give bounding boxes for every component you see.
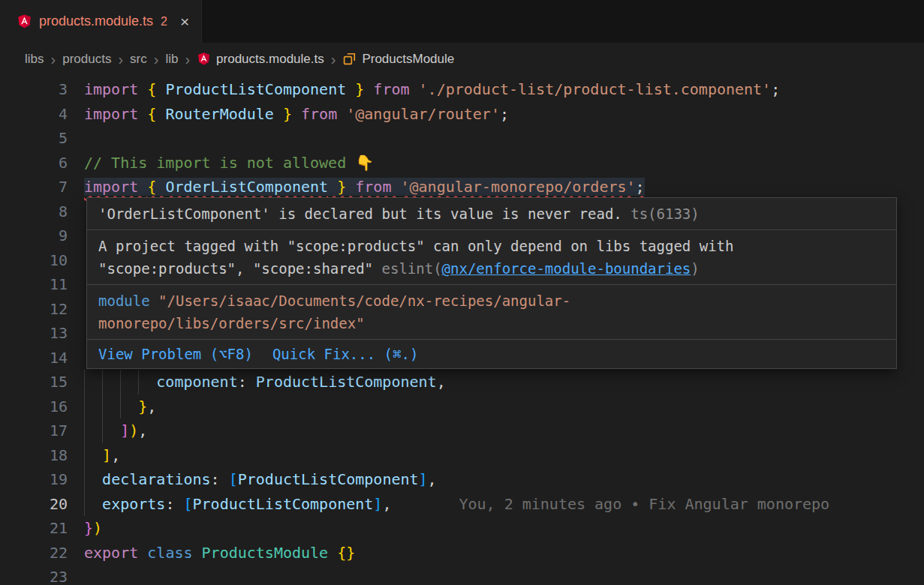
code-token <box>84 495 102 513</box>
line-number[interactable]: 20 <box>0 492 84 517</box>
breadcrumb-item-products[interactable]: products <box>62 52 111 67</box>
code-line[interactable]: 3import { ProductListComponent } from '.… <box>0 77 924 102</box>
code-token: './product-list/product-list.component' <box>419 80 772 98</box>
code-token: from <box>301 105 346 123</box>
code-token: ProductsModule <box>202 544 338 562</box>
code-line[interactable]: 7import { OrderListComponent } from '@an… <box>0 175 924 200</box>
line-number[interactable]: 4 <box>0 102 84 127</box>
indent-guide <box>138 370 139 394</box>
angular-icon <box>197 52 211 66</box>
chevron-right-icon: › <box>118 52 123 67</box>
code-line[interactable]: 22export class ProductsModule {} <box>0 541 924 566</box>
code-content: export class ProductsModule {} <box>84 541 924 566</box>
line-number[interactable]: 6 <box>0 151 84 176</box>
hover-actions: View Problem (⌥F8)Quick Fix... (⌘.) <box>87 340 896 368</box>
line-number[interactable]: 23 <box>0 565 84 585</box>
code-content <box>84 565 924 585</box>
code-token: } <box>328 178 355 196</box>
indent-guide <box>102 370 103 394</box>
line-number[interactable]: 19 <box>0 467 84 492</box>
view-problem-action[interactable]: View Problem (⌥F8) <box>98 343 253 365</box>
tab-error-count: 2 <box>161 15 167 28</box>
breadcrumb-item-libs[interactable]: libs <box>25 52 44 67</box>
hover-popup: 'OrderListComponent' is declared but its… <box>86 197 897 369</box>
hover-text: "/Users/isaac/Documents/code/nx-recipes/… <box>158 292 570 309</box>
code-line[interactable]: 19 declarations: [ProductListComponent], <box>0 467 924 492</box>
code-line[interactable]: 15 component: ProductListComponent, <box>0 370 924 394</box>
line-number[interactable]: 13 <box>0 321 84 346</box>
code-content: import { ProductListComponent } from './… <box>84 77 924 102</box>
hover-text: ) <box>691 260 699 277</box>
breadcrumb-item-src[interactable]: src <box>130 52 147 67</box>
line-number[interactable]: 15 <box>0 370 84 394</box>
git-blame: You, 2 minutes ago • Fix Angular monorep… <box>459 495 829 513</box>
line-number[interactable]: 9 <box>0 224 84 248</box>
hover-text: module <box>98 292 158 309</box>
code-content: import { OrderListComponent } from '@ang… <box>84 175 924 200</box>
code-token: ProductListComponent <box>193 495 374 513</box>
code-token: , <box>138 422 147 440</box>
code-token: ] <box>373 495 382 513</box>
code-line[interactable]: 5 <box>0 126 924 151</box>
indent-guide <box>102 418 103 443</box>
line-number[interactable]: 16 <box>0 394 84 419</box>
code-token: } <box>84 519 93 537</box>
code-token: ProductListComponent <box>165 80 346 98</box>
breadcrumb: libs›products›src›lib›products.module.ts… <box>0 43 924 75</box>
code-token: // This import is not allowed <box>84 154 355 172</box>
code-token: ; <box>771 80 780 98</box>
tab-products-module[interactable]: products.module.ts 2 × <box>0 0 202 43</box>
line-number[interactable]: 11 <box>0 272 84 297</box>
line-number[interactable]: 5 <box>0 126 84 151</box>
code-content: ], <box>84 443 924 468</box>
indent-guide <box>120 370 121 394</box>
code-line[interactable]: 18 ], <box>0 443 924 468</box>
code-token: import <box>84 178 147 196</box>
line-number[interactable]: 21 <box>0 516 84 541</box>
line-number[interactable]: 10 <box>0 248 84 273</box>
code-token: import <box>84 80 147 98</box>
tab-title: products.module.ts <box>39 14 153 29</box>
code-token: from <box>373 80 418 98</box>
line-number[interactable]: 7 <box>0 175 84 200</box>
chevron-right-icon: › <box>185 52 190 67</box>
line-number[interactable]: 12 <box>0 297 84 322</box>
quick-fix-action[interactable]: Quick Fix... (⌘.) <box>272 343 418 365</box>
indent-guide <box>84 467 85 492</box>
code-token: '@angular/router' <box>346 105 500 123</box>
line-number[interactable]: 18 <box>0 443 84 468</box>
class-icon <box>342 52 357 66</box>
code-line[interactable]: 17 ]), <box>0 418 924 443</box>
code-line[interactable]: 21}) <box>0 516 924 541</box>
chevron-right-icon: › <box>51 52 56 67</box>
breadcrumb-label: ProductsModule <box>362 52 454 67</box>
breadcrumb-item-lib[interactable]: lib <box>165 52 178 67</box>
breadcrumb-item-productsmodule[interactable]: ProductsModule <box>342 52 454 67</box>
code-content: import { RouterModule } from '@angular/r… <box>84 102 924 127</box>
hover-section: A project tagged with "scope:products" c… <box>87 230 896 285</box>
code-token: ) <box>129 422 138 440</box>
code-line[interactable]: 23 <box>0 565 924 585</box>
hover-text: eslint( <box>382 260 442 277</box>
line-number[interactable]: 8 <box>0 200 84 224</box>
line-number[interactable]: 17 <box>0 418 84 443</box>
code-line[interactable]: 20 exports: [ProductListComponent],You, … <box>0 492 924 517</box>
line-number[interactable]: 22 <box>0 541 84 566</box>
code-token: OrderListComponent <box>165 178 328 196</box>
line-number[interactable]: 3 <box>0 77 84 102</box>
eslint-rule-link[interactable]: @nx/enforce-module-boundaries <box>442 260 691 277</box>
code-token: , <box>111 446 120 464</box>
code-line[interactable]: 16 }, <box>0 394 924 419</box>
line-number[interactable]: 14 <box>0 346 84 370</box>
indent-guide <box>84 443 85 468</box>
close-icon[interactable]: × <box>180 14 189 29</box>
hover-line: module "/Users/isaac/Documents/code/nx-r… <box>98 290 885 312</box>
code-token: declarations <box>102 470 211 488</box>
code-line[interactable]: 6// This import is not allowed 👇 <box>0 151 924 176</box>
code-line[interactable]: 4import { RouterModule } from '@angular/… <box>0 102 924 127</box>
editor: 3import { ProductListComponent } from '.… <box>0 75 924 585</box>
breadcrumb-item-products-module-ts[interactable]: products.module.ts <box>197 52 324 67</box>
hover-section: module "/Users/isaac/Documents/code/nx-r… <box>87 285 896 340</box>
code-token: ProductListComponent <box>256 373 437 391</box>
indent-guide <box>102 394 103 419</box>
